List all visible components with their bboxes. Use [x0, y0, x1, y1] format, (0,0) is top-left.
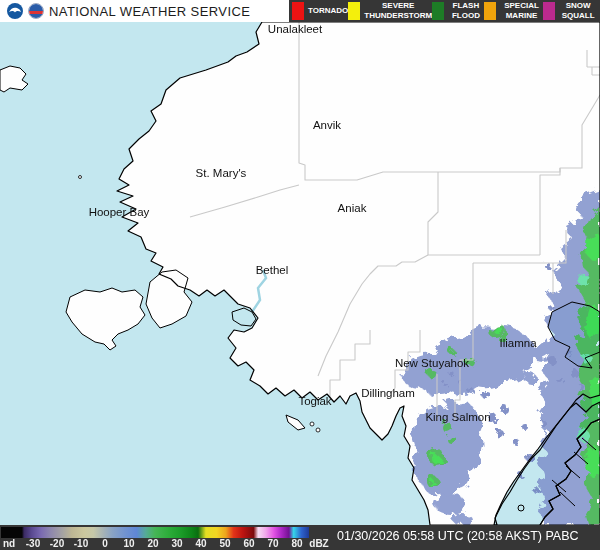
- legend-item-snow-squall: SNOW SQUALL: [543, 1, 597, 20]
- map-label-bethel: Bethel: [256, 264, 289, 276]
- map-label-anvik: Anvik: [313, 119, 341, 131]
- radar-map-canvas[interactable]: Unalakleet Anvik St. Mary's Aniak Hooper…: [0, 22, 600, 525]
- tick-nd: nd: [3, 538, 15, 549]
- tick-80: 80: [291, 538, 302, 549]
- severe-thunderstorm-swatch: [348, 2, 360, 20]
- snow-squall-swatch: [543, 2, 555, 20]
- noaa-logo-icon: [7, 3, 23, 19]
- nws-radar-app: NATIONAL WEATHER SERVICE TORNADO SEVERE …: [0, 0, 600, 550]
- tornado-swatch: [292, 2, 304, 20]
- tick--30: -30: [26, 538, 40, 549]
- legend-item-severe-thunderstorm: SEVERE THUNDERSTORM: [348, 1, 432, 20]
- warning-legend: TORNADO SEVERE THUNDERSTORM FLASH FLOOD …: [289, 0, 600, 22]
- flash-flood-swatch: [432, 2, 444, 20]
- tick-0: 0: [102, 538, 108, 549]
- map-label-unalakleet: Unalakleet: [268, 23, 323, 35]
- severe-thunderstorm-label: SEVERE THUNDERSTORM: [364, 1, 432, 20]
- map-label-king-salmon: King Salmon: [425, 411, 490, 423]
- tick-60: 60: [243, 538, 254, 549]
- status-bar: nd -30 -20 -10 0 10 20 30 40 50 60 70 80…: [0, 525, 600, 550]
- page-title: NATIONAL WEATHER SERVICE: [49, 4, 250, 19]
- tick-50: 50: [219, 538, 230, 549]
- tick-20: 20: [147, 538, 158, 549]
- nws-logo-icon: [28, 3, 44, 19]
- special-marine-swatch: [484, 2, 496, 20]
- legend-item-tornado: TORNADO: [292, 2, 348, 20]
- map-label-hooper-bay: Hooper Bay: [89, 206, 150, 218]
- map-label-aniak: Aniak: [338, 202, 367, 214]
- map-label-dillingham: Dillingham: [361, 387, 415, 399]
- tick-70: 70: [267, 538, 278, 549]
- special-marine-label: SPECIAL MARINE: [500, 1, 544, 20]
- tick--20: -20: [50, 538, 64, 549]
- map-label-togiak: Togiak: [298, 395, 331, 407]
- legend-item-special-marine: SPECIAL MARINE: [484, 1, 544, 20]
- tick--10: -10: [74, 538, 88, 549]
- tornado-label: TORNADO: [308, 6, 348, 16]
- map-label-new-stuyahok: New Stuyahok: [395, 357, 469, 369]
- flash-flood-label: FLASH FLOOD: [448, 1, 484, 20]
- tick-40: 40: [195, 538, 206, 549]
- map-label-st-marys: St. Mary's: [196, 167, 247, 179]
- snow-squall-label: SNOW SQUALL: [559, 1, 597, 20]
- header-bar: NATIONAL WEATHER SERVICE TORNADO SEVERE …: [0, 0, 600, 22]
- timestamp-text: 01/30/2026 05:58 UTC (20:58 AKST) PABC: [337, 529, 579, 543]
- legend-item-flash-flood: FLASH FLOOD: [432, 1, 484, 20]
- header-branding: NATIONAL WEATHER SERVICE: [0, 0, 289, 22]
- map-label-iliamna: Iliamna: [499, 337, 537, 349]
- tick-30: 30: [171, 538, 182, 549]
- radar-map-svg: Unalakleet Anvik St. Mary's Aniak Hooper…: [0, 22, 600, 525]
- colorbar-tick-labels: nd -30 -20 -10 0 10 20 30 40 50 60 70 80…: [0, 538, 336, 550]
- tick-10: 10: [123, 538, 134, 549]
- tick-dbz-unit: dBZ: [309, 538, 328, 549]
- reflectivity-colorbar: [1, 527, 309, 538]
